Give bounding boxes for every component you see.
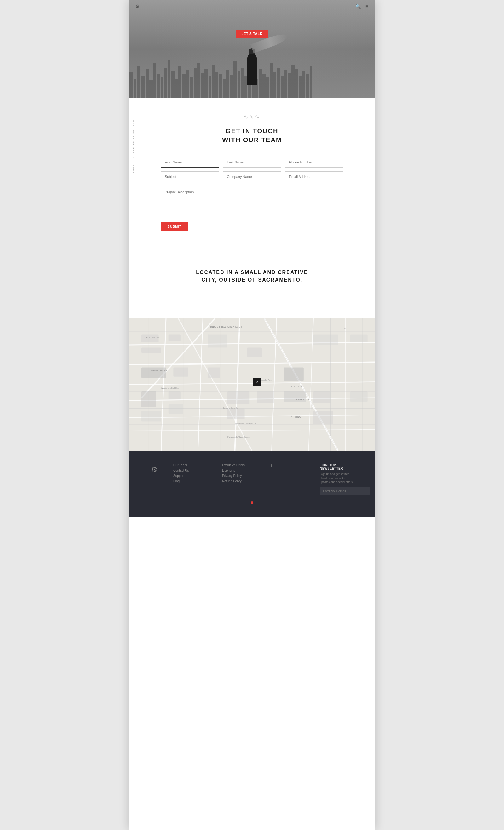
footer-col-policy: Exclusive Offers Licencing Privacy Polic… <box>222 464 258 485</box>
svg-rect-43 <box>350 334 368 342</box>
footer-link-our-team[interactable]: Our Team <box>173 464 210 467</box>
facebook-icon[interactable]: f <box>271 464 272 469</box>
company-input[interactable] <box>223 171 281 182</box>
svg-rect-46 <box>141 391 156 407</box>
hero-button-wrapper: LET'S TALK <box>236 30 269 38</box>
footer-col-social: f t <box>271 464 307 472</box>
svg-rect-50 <box>257 391 274 403</box>
location-title: LOCATED IN A SMALL AND CREATIVE CITY, OU… <box>161 269 343 284</box>
header: ⚙ 🔍 ≡ <box>129 0 375 12</box>
section-title: GET IN TOUCH WITH OUR TEAM <box>161 127 343 144</box>
footer-col-company: Our Team Contact Us Support Blog <box>173 464 210 485</box>
svg-rect-45 <box>227 409 245 419</box>
footer: ⚙ Our Team Contact Us Support Blog Exclu… <box>129 451 375 517</box>
twitter-icon[interactable]: t <box>275 464 277 469</box>
svg-rect-51 <box>313 411 333 424</box>
sidebar-line <box>135 170 135 183</box>
gear-icon[interactable]: ⚙ <box>135 4 140 9</box>
svg-rect-52 <box>350 391 368 402</box>
svg-rect-39 <box>284 367 303 381</box>
location-line <box>252 293 252 309</box>
svg-rect-37 <box>208 367 220 378</box>
page-wrapper: ⚙ 🔍 ≡ <box>129 0 375 830</box>
svg-text:QUAIL GLEN: QUAIL GLEN <box>151 370 167 372</box>
svg-text:GALLERIA: GALLERIA <box>289 385 302 387</box>
subject-input[interactable] <box>161 171 219 182</box>
section-decorator: ∿∿∿ <box>161 114 343 120</box>
map-svg: INDUSTRIAL AREA EAST QUAIL GLEN Blue Oak… <box>129 318 375 451</box>
footer-red-dot <box>251 502 253 504</box>
svg-text:Sierra View Country Club: Sierra View Country Club <box>235 423 256 425</box>
search-icon[interactable]: 🔍 <box>355 4 360 9</box>
footer-inner: ⚙ Our Team Contact Us Support Blog Exclu… <box>148 464 356 495</box>
svg-text:Diamond Oaks Rd: Diamond Oaks Rd <box>222 407 238 409</box>
svg-rect-48 <box>168 391 181 399</box>
map-section: INDUSTRIAL AREA EAST QUAIL GLEN Blue Oak… <box>129 318 375 451</box>
map-pin[interactable]: P <box>253 378 261 386</box>
form-row-2 <box>161 171 343 182</box>
footer-link-privacy[interactable]: Privacy Policy <box>222 474 258 478</box>
submit-button[interactable]: SUBMIT <box>161 222 188 231</box>
newsletter-input[interactable] <box>320 487 370 495</box>
svg-text:Woodcreek Golf Club: Woodcreek Golf Club <box>161 387 179 389</box>
svg-text:INDUSTRIAL AREA EAST: INDUSTRIAL AREA EAST <box>210 326 242 328</box>
newsletter-subtitle: Sign up and get notified about new produ… <box>320 472 356 484</box>
hero-section: LET'S TALK <box>129 0 375 98</box>
social-links: f t <box>271 464 307 469</box>
svg-rect-35 <box>173 367 188 376</box>
header-left: ⚙ <box>135 4 140 9</box>
svg-rect-42 <box>313 334 338 345</box>
svg-rect-34 <box>141 367 166 378</box>
footer-logo: ⚙ <box>148 464 161 476</box>
footer-bottom <box>148 502 356 504</box>
svg-text:Fairgrounds Placer County: Fairgrounds Placer County <box>227 436 250 438</box>
person-silhouette <box>240 35 264 85</box>
footer-link-support[interactable]: Support <box>173 474 210 478</box>
footer-link-refund[interactable]: Refund Policy <box>222 479 258 483</box>
sidebar-text: CAREFULLY CRAFTED BY UB TEAM <box>132 120 134 175</box>
first-name-input[interactable] <box>161 157 219 167</box>
svg-text:Roc...: Roc... <box>343 328 348 329</box>
footer-link-offers[interactable]: Exclusive Offers <box>222 464 258 467</box>
person-body <box>247 54 257 85</box>
svg-rect-38 <box>247 347 262 357</box>
form-row-1 <box>161 157 343 167</box>
phone-input[interactable] <box>285 157 343 167</box>
map-background: INDUSTRIAL AREA EAST QUAIL GLEN Blue Oak… <box>129 318 375 451</box>
header-right: 🔍 ≡ <box>355 4 369 9</box>
svg-text:HARDING: HARDING <box>289 416 301 418</box>
email-input[interactable] <box>285 171 343 182</box>
svg-text:CREEKSIDE: CREEKSIDE <box>294 398 309 401</box>
description-textarea[interactable] <box>161 186 343 217</box>
svg-rect-33 <box>141 347 161 353</box>
svg-rect-44 <box>227 391 250 405</box>
footer-link-contact[interactable]: Contact Us <box>173 469 210 472</box>
contact-form: SUBMIT <box>161 157 343 231</box>
newsletter-title: JOIN OUR NEWSLETTER <box>320 464 356 470</box>
footer-link-blog[interactable]: Blog <box>173 479 210 483</box>
menu-icon[interactable]: ≡ <box>364 4 369 9</box>
svg-rect-49 <box>168 405 183 414</box>
footer-gear-icon: ⚙ <box>151 466 158 474</box>
svg-rect-41 <box>313 391 331 403</box>
svg-rect-47 <box>141 411 161 422</box>
location-section: LOCATED IN A SMALL AND CREATIVE CITY, OU… <box>129 250 375 318</box>
contact-section: ∿∿∿ GET IN TOUCH WITH OUR TEAM SUBMIT <box>129 98 375 250</box>
svg-text:Blue Oaks Park: Blue Oaks Park <box>147 337 160 339</box>
svg-rect-36 <box>208 334 227 347</box>
lets-talk-button[interactable]: LET'S TALK <box>236 30 269 38</box>
last-name-input[interactable] <box>223 157 281 167</box>
footer-link-licencing[interactable]: Licencing <box>222 469 258 472</box>
footer-col-newsletter: JOIN OUR NEWSLETTER Sign up and get noti… <box>320 464 356 495</box>
svg-rect-32 <box>168 334 181 341</box>
